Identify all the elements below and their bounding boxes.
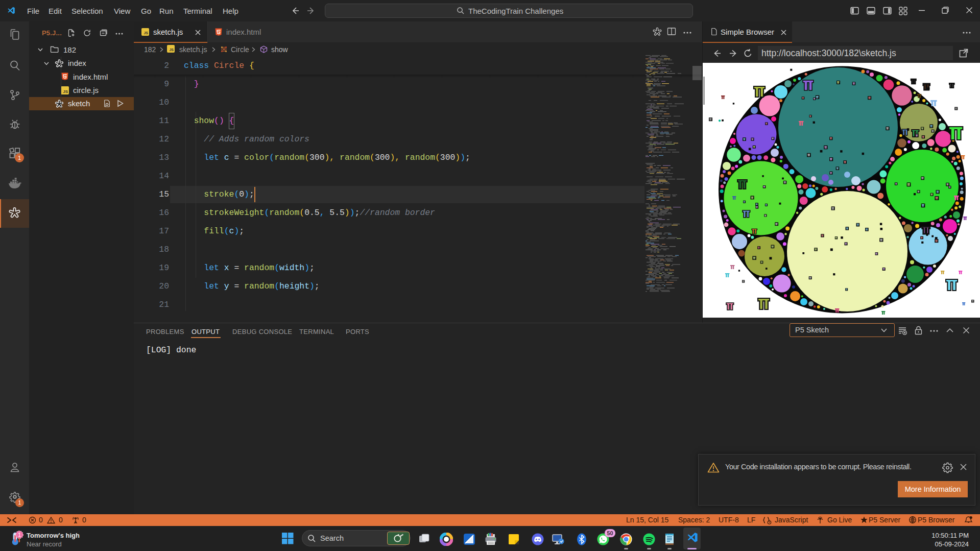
- svg-text:1: 1: [18, 532, 21, 538]
